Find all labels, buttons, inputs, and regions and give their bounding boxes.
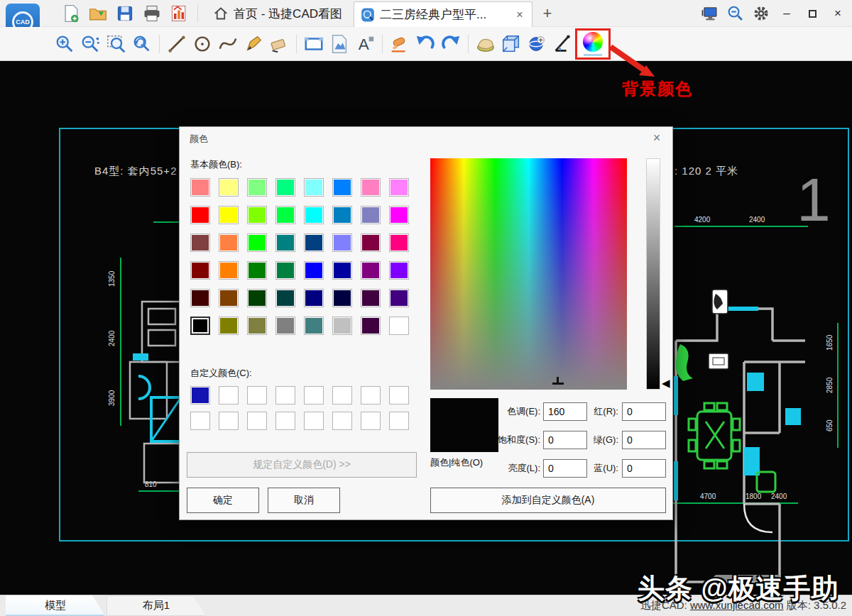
hue-saturation-gradient[interactable]: [430, 158, 627, 390]
basic-color-swatch[interactable]: [219, 261, 239, 280]
window-close-button[interactable]: ×: [828, 4, 848, 23]
pencil-tool-button[interactable]: [242, 32, 265, 56]
luminance-slider-arrow[interactable]: ◀: [662, 377, 670, 390]
curve-tool-button[interactable]: [217, 32, 239, 56]
basic-color-swatch[interactable]: [247, 261, 267, 280]
custom-color-swatch[interactable]: [332, 412, 352, 430]
basic-color-swatch[interactable]: [361, 178, 381, 197]
custom-color-swatch[interactable]: [361, 386, 381, 405]
basic-color-swatch[interactable]: [332, 233, 352, 252]
custom-color-swatch[interactable]: [275, 412, 295, 430]
basic-color-swatch[interactable]: [247, 206, 267, 224]
basic-color-swatch[interactable]: [389, 233, 409, 252]
basic-color-swatch[interactable]: [219, 289, 239, 307]
blue-input[interactable]: [622, 459, 666, 478]
redo-button[interactable]: [439, 32, 462, 56]
circle-tool-button[interactable]: [191, 32, 214, 56]
custom-color-swatch[interactable]: [389, 386, 409, 405]
insert-image-button[interactable]: [328, 32, 351, 56]
zoom-display-button[interactable]: [726, 4, 746, 23]
open-file-button[interactable]: [87, 2, 109, 25]
tab-layout1[interactable]: 布局1: [106, 595, 206, 616]
basic-color-swatch[interactable]: [247, 317, 267, 335]
basic-color-swatch[interactable]: [361, 289, 381, 307]
basic-color-swatch[interactable]: [219, 178, 239, 197]
basic-color-swatch[interactable]: [219, 206, 239, 224]
rectangle-tool-button[interactable]: [302, 32, 325, 56]
tab-close-icon[interactable]: ×: [513, 9, 526, 21]
basic-color-swatch[interactable]: [332, 289, 352, 307]
green-input[interactable]: [622, 431, 666, 449]
screen-capture-button[interactable]: [700, 4, 720, 23]
basic-color-swatch[interactable]: [304, 289, 324, 307]
custom-color-swatch[interactable]: [304, 386, 324, 405]
measure-button[interactable]: [551, 32, 574, 56]
basic-color-swatch[interactable]: [247, 289, 267, 307]
basic-color-swatch[interactable]: [190, 261, 210, 280]
tab-home[interactable]: 首页 - 迅捷CAD看图: [205, 0, 349, 27]
basic-color-swatch[interactable]: [361, 233, 381, 252]
basic-color-swatch[interactable]: [190, 317, 210, 335]
basic-color-swatch[interactable]: [304, 233, 324, 252]
basic-color-swatch[interactable]: [275, 317, 295, 335]
new-tab-button[interactable]: +: [537, 4, 558, 23]
basic-color-swatch[interactable]: [332, 261, 352, 280]
line-tool-button[interactable]: [165, 32, 188, 56]
minimize-button[interactable]: –: [777, 4, 797, 23]
custom-color-swatch[interactable]: [247, 386, 267, 405]
basic-color-swatch[interactable]: [275, 206, 295, 224]
custom-color-swatch[interactable]: [389, 412, 409, 430]
basic-color-swatch[interactable]: [275, 178, 295, 197]
basic-color-swatch[interactable]: [247, 233, 267, 252]
settings-button[interactable]: [751, 4, 771, 23]
export-image-button[interactable]: [168, 2, 190, 25]
zoom-previous-button[interactable]: [131, 32, 153, 56]
save-button[interactable]: [114, 2, 136, 25]
custom-color-swatch[interactable]: [332, 386, 352, 405]
basic-color-swatch[interactable]: [361, 206, 381, 224]
basic-color-swatch[interactable]: [275, 233, 295, 252]
custom-color-swatch[interactable]: [219, 412, 239, 430]
3d-view-button[interactable]: [500, 32, 523, 56]
cancel-button[interactable]: 取消: [268, 488, 340, 513]
basic-color-swatch[interactable]: [275, 289, 295, 307]
undo-button[interactable]: [414, 32, 437, 56]
ok-button[interactable]: 确定: [187, 488, 259, 513]
basic-color-swatch[interactable]: [389, 289, 409, 307]
basic-color-swatch[interactable]: [304, 178, 324, 197]
zoom-in-button[interactable]: [54, 32, 77, 56]
basic-color-swatch[interactable]: [389, 261, 409, 280]
basic-color-swatch[interactable]: [361, 261, 381, 280]
basic-color-swatch[interactable]: [219, 233, 239, 252]
basic-color-swatch[interactable]: [190, 289, 210, 307]
basic-color-swatch[interactable]: [389, 317, 409, 335]
maximize-button[interactable]: [802, 4, 822, 23]
basic-color-swatch[interactable]: [332, 178, 352, 197]
dialog-close-icon[interactable]: ×: [648, 131, 665, 145]
basic-color-swatch[interactable]: [332, 206, 352, 224]
custom-color-swatch[interactable]: [247, 412, 267, 430]
red-input[interactable]: [622, 402, 666, 421]
print-button[interactable]: [141, 2, 163, 25]
basic-color-swatch[interactable]: [190, 178, 210, 197]
custom-color-swatch[interactable]: [190, 386, 210, 405]
custom-color-swatch[interactable]: [190, 412, 210, 430]
eraser-tool-button[interactable]: [268, 32, 290, 56]
basic-color-swatch[interactable]: [190, 233, 210, 252]
3d-orbit-button[interactable]: [525, 32, 548, 56]
basic-color-swatch[interactable]: [389, 206, 409, 224]
new-file-button[interactable]: [60, 2, 82, 25]
basic-color-swatch[interactable]: [389, 178, 409, 197]
zoom-window-button[interactable]: [105, 32, 128, 56]
basic-color-swatch[interactable]: [304, 206, 324, 224]
custom-color-swatch[interactable]: [304, 412, 324, 430]
basic-color-swatch[interactable]: [304, 317, 324, 335]
background-color-button[interactable]: [583, 32, 603, 52]
add-to-custom-colors-button[interactable]: 添加到自定义颜色(A): [430, 488, 666, 513]
luminance-slider[interactable]: [646, 158, 660, 390]
basic-color-swatch[interactable]: [332, 317, 352, 335]
highlighter-tool-button[interactable]: [388, 32, 411, 56]
zoom-out-button[interactable]: [80, 32, 102, 56]
basic-color-swatch[interactable]: [219, 317, 239, 335]
tab-document-active[interactable]: 二三房经典户型平... ×: [354, 1, 532, 27]
